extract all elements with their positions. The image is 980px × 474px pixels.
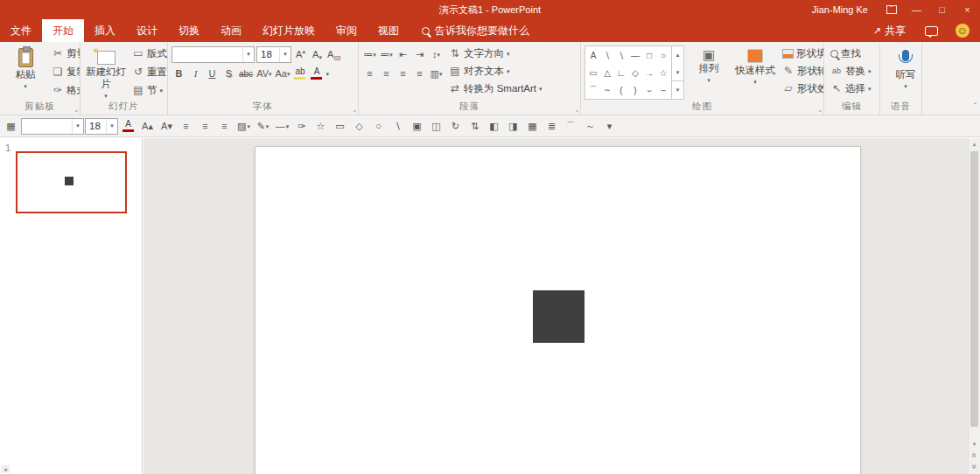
decrease-font-button[interactable]: A▾ <box>310 46 325 63</box>
slide[interactable] <box>255 146 861 474</box>
justify-button[interactable]: ≡ <box>412 66 427 82</box>
shape-icon[interactable]: ▭ <box>589 68 597 78</box>
dialog-launcher-icon[interactable]: ⌟ <box>818 106 822 113</box>
shapes-more-icon[interactable]: ▾ <box>672 80 683 99</box>
qat-more-commands-icon[interactable]: ▾ <box>600 117 619 136</box>
shape-icon[interactable]: ○ <box>661 51 666 60</box>
qat-shape-fill-icon[interactable]: ▨▾ <box>234 117 253 136</box>
align-text-button[interactable]: ▤对齐文本▾ <box>446 62 545 80</box>
shape-icon[interactable]: ☆ <box>660 68 668 78</box>
combo-caret[interactable]: ▾ <box>279 47 290 62</box>
tab-insert[interactable]: 插入 <box>84 19 126 42</box>
scroll-down-icon[interactable]: ▾ <box>969 438 980 450</box>
shape-icon[interactable]: △ <box>604 68 611 78</box>
qat-view-icon[interactable]: ▦ <box>2 117 20 136</box>
next-slide-button[interactable]: » <box>969 461 980 472</box>
shapes-gallery[interactable]: A ∖ ∖ — □ ○ ▭ △ ∟ ◇ → ☆ ⌒ ～ ( ) ⌣ ⌢ ▴ <box>584 45 684 100</box>
clear-formatting-button[interactable]: A <box>326 46 341 63</box>
select-button[interactable]: ↖选择▾ <box>828 80 874 97</box>
underline-button[interactable]: U <box>205 66 220 82</box>
numbering-button[interactable]: ≕▾ <box>379 46 394 63</box>
maximize-button[interactable]: □ <box>929 0 955 19</box>
bold-button[interactable]: B <box>172 66 186 82</box>
copy-button[interactable]: ❏复制▾ <box>50 63 80 80</box>
dialog-launcher-icon[interactable]: ⌟ <box>74 106 78 113</box>
qat-align-left-icon[interactable]: ≡ <box>177 117 195 136</box>
share-button[interactable]: ↗ 共享 <box>864 24 914 38</box>
quick-styles-button[interactable]: 快速样式 ▾ <box>733 45 777 100</box>
ribbon-display-options-button[interactable]: ˆ <box>878 0 904 19</box>
shape-icon[interactable]: ⌒ <box>589 84 598 96</box>
qat-align-right-icon[interactable]: ≡ <box>215 117 234 136</box>
shape-icon[interactable]: ～ <box>603 84 612 96</box>
scroll-up-icon[interactable]: ▴ <box>969 138 980 150</box>
qat-oval-icon[interactable]: ○ <box>369 117 388 136</box>
slide-canvas[interactable] <box>144 138 968 474</box>
increase-indent-button[interactable]: ⇥ <box>412 46 427 63</box>
qat-curve-icon[interactable]: ～ <box>581 117 599 136</box>
comments-icon[interactable] <box>925 26 938 36</box>
font-color-button[interactable]: A <box>309 66 324 82</box>
shape-icon[interactable]: ⌣ <box>647 85 653 95</box>
scrollbar-thumb[interactable] <box>970 151 978 427</box>
strikethrough-button[interactable]: abc <box>238 66 254 82</box>
shape-icon[interactable]: ∖ <box>619 51 624 60</box>
minimize-button[interactable]: — <box>904 0 929 19</box>
qat-align-center-icon[interactable]: ≡ <box>196 117 214 136</box>
text-direction-button[interactable]: ⇅文字方向▾ <box>446 45 545 62</box>
shape-icon[interactable]: ⌢ <box>661 85 667 95</box>
shapes-scroll-down-icon[interactable]: ▾ <box>672 64 683 81</box>
qat-flip-icon[interactable]: ⇅ <box>466 117 484 136</box>
columns-button[interactable]: ▥▾ <box>429 66 444 82</box>
align-right-button[interactable]: ≡ <box>396 66 410 82</box>
section-button[interactable]: ▤节▾ <box>130 81 168 99</box>
qat-star-icon[interactable]: ☆ <box>312 117 330 136</box>
tab-transitions[interactable]: 切换 <box>168 19 210 42</box>
bullets-button[interactable]: ≔▾ <box>362 46 377 63</box>
tab-file[interactable]: 文件 <box>0 19 42 42</box>
line-spacing-button[interactable]: ↕▾ <box>429 46 444 63</box>
qat-group-icon[interactable]: ◫ <box>427 117 445 136</box>
shapes-scroll-up-icon[interactable]: ▴ <box>672 46 683 64</box>
qat-format-painter-icon[interactable]: ✑ <box>292 117 311 136</box>
qat-font-size-combo[interactable]: 18▾ <box>85 118 118 135</box>
italic-button[interactable]: I <box>188 66 203 82</box>
qat-shape-outline-icon[interactable]: ✎▾ <box>254 117 272 136</box>
qat-distribute-icon[interactable]: ≣ <box>542 117 561 136</box>
qat-font-color-icon[interactable]: A <box>119 117 137 136</box>
vertical-scrollbar[interactable]: ▴ ▾ « » <box>968 138 980 474</box>
qat-rotate-icon[interactable]: ↻ <box>446 117 465 136</box>
tab-animations[interactable]: 动画 <box>210 19 252 42</box>
shape-icon[interactable]: → <box>645 68 654 78</box>
scroll-left-icon[interactable]: ◂ <box>1 465 10 473</box>
decrease-indent-button[interactable]: ⇤ <box>396 46 410 63</box>
shape-icon[interactable]: A <box>591 51 597 60</box>
shape-outline-button[interactable]: ✎形状轮廓▾ <box>780 62 824 80</box>
qat-line-icon[interactable]: ∖ <box>388 117 407 136</box>
qat-decrease-font-icon[interactable]: A▾ <box>158 117 176 136</box>
shape-fill-button[interactable]: 形状填充▾ <box>780 45 824 62</box>
combo-caret[interactable]: ▾ <box>242 47 254 62</box>
shape-icon[interactable]: ◇ <box>632 68 639 78</box>
dialog-launcher-icon[interactable]: ⌟ <box>575 106 578 113</box>
dictate-button[interactable]: 听写 ▾ <box>884 45 922 100</box>
qat-send-backward-icon[interactable]: ◨ <box>504 117 522 136</box>
font-name-combo[interactable]: ▾ <box>172 46 255 63</box>
text-highlight-button[interactable]: ab <box>292 66 307 82</box>
reset-button[interactable]: ↺重置 <box>130 63 168 80</box>
align-center-button[interactable]: ≡ <box>379 66 394 82</box>
qat-align-objects-icon[interactable]: ▦ <box>523 117 542 136</box>
feedback-smiley-icon[interactable]: ☺ <box>956 24 970 38</box>
shape-icon[interactable]: ∟ <box>617 68 626 78</box>
qat-arc-icon[interactable]: ⌒ <box>562 117 580 136</box>
format-painter-button[interactable]: ✑格式刷 <box>50 81 80 99</box>
slide-thumbnail[interactable] <box>16 151 127 213</box>
shape-icon[interactable]: ) <box>634 86 636 95</box>
close-button[interactable]: × <box>955 0 980 19</box>
rectangle-shape[interactable] <box>533 290 584 343</box>
cut-button[interactable]: ✂剪切 <box>50 45 80 62</box>
combo-caret[interactable]: ▾ <box>106 119 117 134</box>
qat-font-combo[interactable]: ▾ <box>21 118 84 135</box>
tell-me-search[interactable]: 告诉我你想要做什么 <box>422 19 529 42</box>
tab-review[interactable]: 审阅 <box>326 19 368 42</box>
